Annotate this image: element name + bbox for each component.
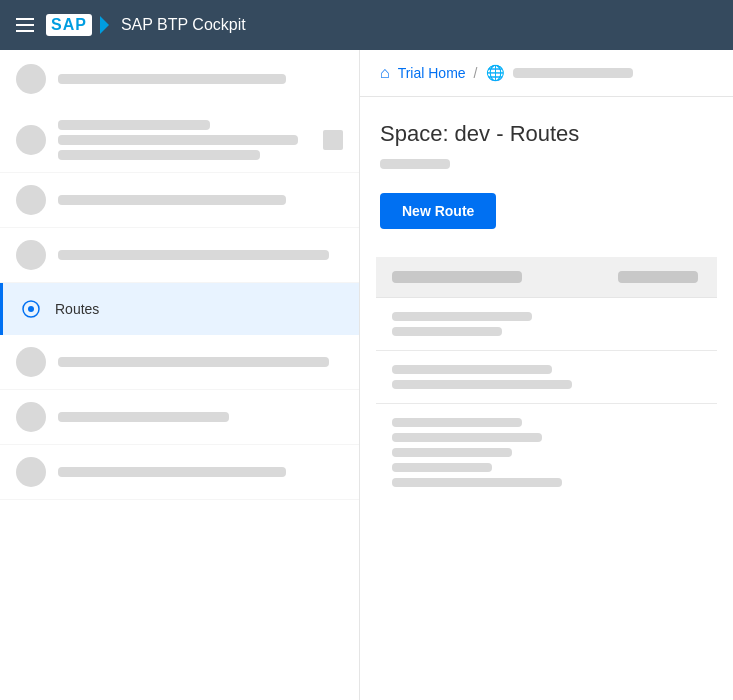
table-row[interactable] — [376, 298, 717, 351]
sidebar-text-7 — [58, 412, 343, 422]
sidebar-item-2[interactable] — [0, 108, 359, 173]
top-header: SAP SAP BTP Cockpit — [0, 0, 733, 50]
sidebar-item-6[interactable] — [0, 335, 359, 390]
row-bar — [392, 365, 552, 374]
avatar-2 — [16, 125, 46, 155]
row-bar — [392, 448, 512, 457]
svg-point-1 — [28, 306, 34, 312]
sidebar-item-4[interactable] — [0, 228, 359, 283]
sidebar-item-1[interactable] — [0, 50, 359, 108]
sidebar-bar — [58, 250, 329, 260]
row-bar — [392, 418, 522, 427]
routes-icon — [19, 297, 43, 321]
sidebar-item-3[interactable] — [0, 173, 359, 228]
sidebar-text-1 — [58, 74, 343, 84]
sidebar-item-7[interactable] — [0, 390, 359, 445]
sidebar-bar — [58, 195, 286, 205]
avatar-3 — [16, 185, 46, 215]
menu-icon[interactable] — [16, 18, 34, 32]
row-bar — [392, 478, 562, 487]
sidebar-text-2 — [58, 120, 311, 160]
sidebar-square — [323, 130, 343, 150]
avatar-7 — [16, 402, 46, 432]
sap-logo-text: SAP — [51, 16, 87, 34]
avatar-6 — [16, 347, 46, 377]
row-bar — [392, 433, 542, 442]
sidebar-text-4 — [58, 250, 343, 260]
avatar-4 — [16, 240, 46, 270]
row-bar — [392, 327, 502, 336]
sap-logo: SAP — [46, 14, 109, 36]
main-layout: Routes ⌂ Trial Home — [0, 50, 733, 700]
avatar-8 — [16, 457, 46, 487]
sidebar: Routes — [0, 50, 360, 700]
sidebar-bar — [58, 120, 210, 130]
breadcrumb: ⌂ Trial Home / 🌐 — [360, 50, 733, 97]
sidebar-item-8[interactable] — [0, 445, 359, 500]
sidebar-bar — [58, 150, 260, 160]
routes-table — [376, 257, 717, 501]
home-icon: ⌂ — [380, 64, 390, 82]
sidebar-bar — [58, 412, 229, 422]
table-row[interactable] — [376, 351, 717, 404]
sidebar-text-3 — [58, 195, 343, 205]
sidebar-bar — [58, 74, 286, 84]
sidebar-item-routes[interactable]: Routes — [0, 283, 359, 335]
breadcrumb-separator: / — [474, 65, 478, 81]
sidebar-bar — [58, 357, 329, 367]
table-header-col2 — [618, 271, 698, 283]
routes-label: Routes — [55, 301, 99, 317]
row-bar — [392, 380, 572, 389]
globe-icon: 🌐 — [486, 64, 505, 82]
new-route-button[interactable]: New Route — [380, 193, 496, 229]
table-row[interactable] — [376, 404, 717, 501]
sidebar-bar — [58, 135, 298, 145]
table-header — [376, 257, 717, 298]
breadcrumb-home-link[interactable]: Trial Home — [398, 65, 466, 81]
page-content: Space: dev - Routes New Route — [360, 97, 733, 521]
sap-triangle-icon — [100, 16, 109, 34]
breadcrumb-placeholder — [513, 68, 633, 78]
table-header-col1 — [392, 271, 522, 283]
sidebar-text-6 — [58, 357, 343, 367]
sidebar-bar — [58, 467, 286, 477]
row-bar — [392, 463, 492, 472]
sidebar-text-8 — [58, 467, 343, 477]
title-sub-placeholder — [380, 159, 450, 169]
row-bar — [392, 312, 532, 321]
avatar-1 — [16, 64, 46, 94]
app-title: SAP BTP Cockpit — [121, 16, 246, 34]
main-content: ⌂ Trial Home / 🌐 Space: dev - Routes New… — [360, 50, 733, 700]
page-title: Space: dev - Routes — [380, 121, 713, 147]
